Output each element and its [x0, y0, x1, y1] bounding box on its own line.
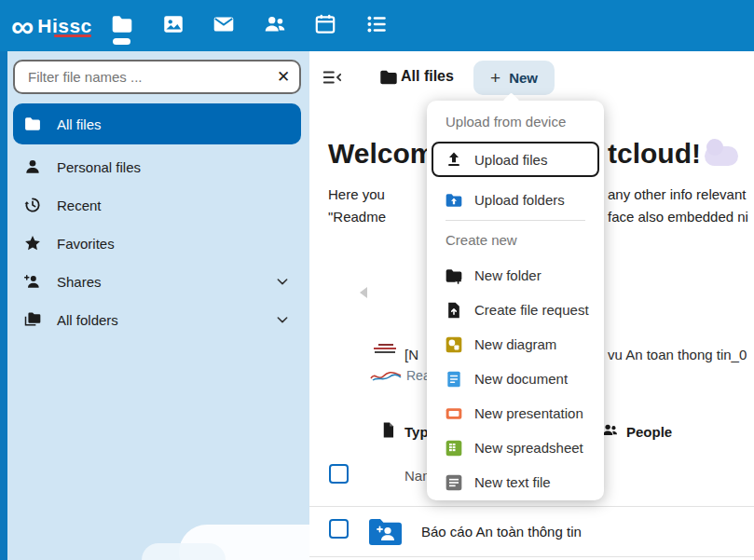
- sidebar-item-all-folders[interactable]: All folders: [13, 302, 301, 337]
- tasks-list-icon: [364, 12, 389, 40]
- readme-text-line1-tail: any other info relevant: [608, 186, 746, 202]
- sidebar-item-all-files[interactable]: All files: [13, 103, 301, 144]
- brand-name: Hissc: [37, 15, 92, 37]
- upload-icon: [445, 150, 463, 169]
- brand-logo[interactable]: ∞ Hissc: [11, 0, 92, 51]
- files-app-button[interactable]: [109, 13, 135, 39]
- active-app-indicator: [113, 38, 130, 45]
- person-plus-icon: [23, 272, 42, 291]
- photos-app-button[interactable]: [160, 13, 186, 39]
- photos-icon: [161, 12, 185, 40]
- files-folder-icon: [110, 12, 134, 40]
- file-type-icon: [379, 421, 397, 443]
- filter-filenames-box: ✕: [13, 60, 301, 94]
- files-sidebar: ✕ All files Personal files Recent Favori…: [7, 51, 309, 560]
- divider: [309, 556, 754, 557]
- shared-folder-icon[interactable]: [368, 517, 403, 546]
- new-button[interactable]: + New: [473, 61, 555, 95]
- attachment-title[interactable]: [N: [404, 347, 418, 362]
- sidebar-item-label: Shares: [57, 274, 102, 290]
- menu-item-new-diagram[interactable]: New diagram: [427, 327, 604, 362]
- menu-section-header: Create new: [446, 232, 517, 248]
- file-name[interactable]: Báo cáo An toàn thông tin: [421, 524, 582, 540]
- collapse-workspace-icon[interactable]: [360, 287, 367, 298]
- folder-upload-icon: [445, 191, 463, 210]
- folders-icon: [23, 310, 42, 329]
- presentation-icon: [445, 404, 463, 423]
- menu-item-new-text-file[interactable]: New text file: [427, 465, 604, 499]
- readme-text-line2: "Readme: [328, 209, 386, 225]
- brand-tagline: [54, 34, 91, 37]
- select-all-checkbox[interactable]: [329, 464, 349, 484]
- menu-item-upload-files[interactable]: Upload files: [432, 142, 599, 177]
- sidebar-item-label: All files: [57, 116, 102, 132]
- mail-icon: [212, 12, 236, 40]
- menu-item-upload-folders[interactable]: Upload folders: [427, 183, 604, 217]
- calendar-app-button[interactable]: [312, 13, 338, 39]
- file-request-icon: [445, 301, 463, 320]
- filter-filenames-input[interactable]: [15, 69, 267, 85]
- folder-icon: [23, 115, 42, 133]
- plus-icon: +: [490, 68, 500, 89]
- chevron-down-icon[interactable]: [275, 274, 290, 289]
- collapse-sidebar-button[interactable]: [322, 67, 342, 91]
- tasks-app-button[interactable]: [363, 13, 390, 39]
- infinity-logo-icon: ∞: [11, 10, 34, 42]
- contacts-icon: [263, 12, 287, 40]
- breadcrumb-folder-icon: [378, 67, 399, 91]
- new-menu-dropdown: Upload from device Upload files Upload f…: [427, 101, 604, 500]
- history-icon: [23, 196, 42, 214]
- readme-text-line1: Here you: [328, 186, 385, 202]
- top-navbar: ∞ Hissc: [0, 0, 754, 51]
- menu-divider: [446, 220, 585, 221]
- menu-section-header: Upload from device: [446, 114, 566, 130]
- sidebar-item-label: All folders: [57, 312, 118, 328]
- welcome-heading-tail: tcloud!: [608, 138, 701, 170]
- spreadsheet-icon: [445, 439, 463, 458]
- folder-plus-icon: [445, 266, 463, 285]
- menu-item-new-document[interactable]: New document: [427, 362, 604, 396]
- divider: [309, 506, 754, 507]
- sidebar-item-shares[interactable]: Shares: [13, 264, 301, 299]
- attachment-title-tail[interactable]: vu An toan thong tin_0: [608, 347, 747, 362]
- sidebar-item-label: Favorites: [57, 236, 115, 252]
- signature-wave-image: [369, 366, 403, 383]
- sidebar-item-personal-files[interactable]: Personal files: [13, 149, 301, 184]
- textfile-icon: [445, 473, 463, 492]
- background-strip: [0, 51, 7, 560]
- sidebar-item-label: Recent: [57, 198, 102, 213]
- document-icon: [445, 370, 463, 389]
- cloud-emoji-icon: [705, 146, 738, 166]
- sidebar-item-recent[interactable]: Recent: [13, 187, 301, 223]
- star-icon: [23, 234, 42, 253]
- row-checkbox[interactable]: [329, 519, 349, 539]
- sidebar-item-label: Personal files: [57, 159, 141, 175]
- breadcrumb[interactable]: All files: [401, 68, 454, 85]
- app-window: ∞ Hissc ✕: [0, 0, 754, 560]
- diagram-icon: [445, 335, 463, 354]
- readme-text-line2-tail: face also embedded ni: [608, 209, 748, 225]
- menu-item-create-file-request[interactable]: Create file request: [427, 293, 604, 327]
- menu-item-new-folder[interactable]: New folder: [427, 258, 604, 293]
- calendar-icon: [313, 12, 337, 40]
- sidebar-item-favorites[interactable]: Favorites: [13, 225, 301, 261]
- person-icon: [23, 157, 42, 176]
- background-cloud: [142, 543, 226, 560]
- menu-item-new-spreadsheet[interactable]: New spreadsheet: [427, 430, 604, 465]
- clear-filter-icon[interactable]: ✕: [267, 67, 299, 87]
- mail-app-button[interactable]: [211, 13, 237, 39]
- attachment-thumbnail[interactable]: [369, 342, 403, 385]
- contacts-app-button[interactable]: [262, 13, 288, 39]
- chevron-down-icon[interactable]: [275, 312, 290, 327]
- filter-chip-people[interactable]: People: [601, 421, 672, 443]
- menu-item-new-presentation[interactable]: New presentation: [427, 396, 604, 430]
